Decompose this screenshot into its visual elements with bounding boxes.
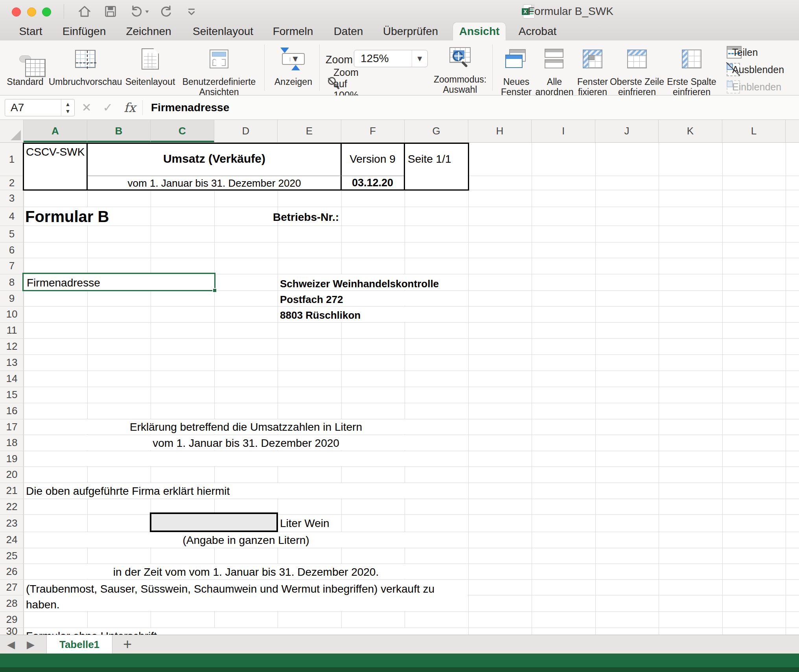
cell-A21-firma-erklaert[interactable]: Die oben aufgeführte Firma erklärt hierm… (26, 485, 230, 498)
row-header-27[interactable]: 27 (0, 579, 24, 595)
row-header-11[interactable]: 11 (0, 322, 24, 338)
active-cell-selection[interactable] (22, 273, 215, 291)
tab-zeichnen[interactable]: Zeichnen (125, 22, 172, 40)
row-header-30[interactable]: 30 (0, 628, 24, 635)
row-header-21[interactable]: 21 (0, 483, 24, 499)
cell-A30-ohne-unterschrift[interactable]: Formular ohne Unterschrift (26, 630, 157, 635)
fill-handle[interactable] (212, 288, 217, 293)
row-header-6[interactable]: 6 (0, 242, 24, 258)
sheet-tab-tabelle1[interactable]: Tabelle1 (46, 635, 112, 654)
cell-B2-subtitle[interactable]: vom 1. Januar bis 31. Dezember 2020 (88, 177, 340, 189)
column-header-L[interactable]: L (722, 120, 786, 142)
row-header-20[interactable]: 20 (0, 466, 24, 483)
cell-B1-title[interactable]: Umsatz (Verkäufe) (88, 152, 340, 165)
unhide-button[interactable]: Einblenden (727, 78, 740, 95)
row-header-18[interactable]: 18 (0, 435, 24, 451)
anzeigen-button[interactable]: ▼ Anzeigen (270, 43, 317, 95)
tab-acrobat[interactable]: Acrobat (516, 22, 559, 40)
cell-G1-page[interactable]: Seite 1/1 (408, 153, 451, 165)
cell-E4-betriebs-nr[interactable]: Betriebs-Nr.: (214, 211, 339, 224)
ribbon-collapse-icon[interactable] (184, 4, 199, 19)
cell-E7-adresse[interactable]: Schweizer Weinhandelskontrolle (280, 278, 439, 290)
freeze-first-column-button[interactable]: Erste Spalte einfrieren (663, 43, 720, 95)
row-header-1[interactable]: 1 (0, 143, 24, 176)
cell-A17-erklaerung[interactable]: Erklärung betreffend die Umsatzzahlen in… (24, 421, 468, 433)
view-standard-button[interactable]: Standard (3, 43, 47, 95)
home-icon[interactable] (77, 4, 92, 19)
row-header-19[interactable]: 19 (0, 451, 24, 466)
cell-A27-getraenke[interactable]: (Traubenmost, Sauser, Süsswein, Schaumwe… (26, 581, 460, 613)
cell-A4-formular[interactable]: Formular B (25, 208, 109, 226)
sheet-nav-right-icon[interactable]: ▶ (23, 635, 39, 654)
cell-A24-angabe[interactable]: (Angabe in ganzen Litern) (24, 534, 468, 547)
column-header-H[interactable]: H (468, 120, 532, 142)
split-button[interactable]: Teilen (727, 44, 742, 61)
cell-E23-liter-wein[interactable]: Liter Wein (280, 517, 330, 530)
tab-einfuegen[interactable]: Einfügen (61, 22, 107, 40)
zoom-level-combobox[interactable]: 125% ▼ (354, 50, 428, 67)
undo-dropdown-icon[interactable] (144, 4, 151, 19)
row-header-10[interactable]: 10 (0, 306, 24, 322)
cancel-icon[interactable]: ✕ (78, 99, 95, 116)
row-header-8[interactable]: 8 (0, 274, 24, 290)
row-header-5[interactable]: 5 (0, 226, 24, 242)
add-sheet-button[interactable]: + (118, 635, 137, 654)
select-all-corner[interactable] (0, 120, 24, 143)
row-header-3[interactable]: 3 (0, 190, 24, 207)
tab-formeln[interactable]: Formeln (271, 22, 315, 40)
tab-ansicht[interactable]: Ansicht (453, 22, 506, 40)
column-header-A[interactable]: A (24, 120, 87, 142)
column-header-K[interactable]: K (659, 120, 722, 142)
row-header-2[interactable]: 2 (0, 176, 24, 190)
formula-input[interactable]: Firmenadresse (151, 95, 229, 120)
minimize-window-button[interactable] (27, 7, 36, 17)
row-header-17[interactable]: 17 (0, 419, 24, 435)
row-header-16[interactable]: 16 (0, 403, 24, 419)
cell-A1[interactable]: CSCV-SWK (26, 145, 85, 159)
tab-seitenlayout[interactable]: Seitenlayout (193, 22, 252, 40)
cell-E8-adresse[interactable]: Postfach 272 (280, 294, 343, 306)
spreadsheet-grid[interactable]: CSCV-SWK Umsatz (Verkäufe) Version 9 Sei… (0, 143, 799, 635)
tab-ueberpruefen[interactable]: Überprüfen (381, 22, 440, 40)
zoom-mode-button[interactable]: Zoommodus: Auswahl (431, 43, 490, 95)
row-header-15[interactable]: 15 (0, 387, 24, 403)
row-header-9[interactable]: 9 (0, 290, 24, 306)
arrange-all-button[interactable]: Alle anordnen (535, 43, 574, 95)
name-box[interactable]: A7 ▲ ▼ (5, 99, 75, 116)
row-header-13[interactable]: 13 (0, 354, 24, 371)
column-header-F[interactable]: F (341, 120, 405, 142)
freeze-top-row-button[interactable]: Oberste Zeile einfrieren (608, 43, 666, 95)
row-header-12[interactable]: 12 (0, 338, 24, 354)
custom-views-button[interactable]: Benutzerdefinierte Ansichten (176, 43, 262, 95)
zoom-100-button[interactable]: Zoom auf 100% (328, 75, 341, 92)
row-header-4[interactable]: 4 (0, 207, 24, 226)
column-header-D[interactable]: D (214, 120, 278, 142)
stepper-up-icon[interactable]: ▲ (61, 101, 74, 107)
cell-E9-adresse[interactable]: 8803 Rüschlikon (280, 309, 361, 321)
sheet-nav-left-icon[interactable]: ◀ (3, 635, 19, 654)
column-header-B[interactable]: B (87, 120, 151, 142)
liter-entry-box[interactable] (150, 512, 278, 532)
view-umbruchvorschau-button[interactable]: Umbruchvorschau (48, 43, 123, 95)
fullscreen-window-button[interactable] (42, 7, 51, 17)
hide-button[interactable]: Ausblenden (727, 61, 740, 78)
redo-icon[interactable] (159, 4, 174, 19)
column-header-G[interactable]: G (405, 120, 468, 142)
tab-daten[interactable]: Daten (330, 22, 367, 40)
column-header-I[interactable]: I (532, 120, 595, 142)
row-header-23[interactable]: 23 (0, 514, 24, 532)
row-header-24[interactable]: 24 (0, 532, 24, 548)
close-window-button[interactable] (12, 7, 21, 17)
row-header-25[interactable]: 25 (0, 548, 24, 564)
row-header-14[interactable]: 14 (0, 371, 24, 387)
cell-F2-date[interactable]: 03.12.20 (342, 177, 403, 189)
save-icon[interactable] (103, 4, 118, 19)
cell-A18-zeitraum[interactable]: vom 1. Januar bis 31. Dezember 2020 (24, 437, 468, 450)
stepper-down-icon[interactable]: ▼ (61, 108, 74, 114)
view-seitenlayout-button[interactable]: Seitenlayout (123, 43, 178, 95)
column-header-J[interactable]: J (595, 120, 659, 142)
new-window-button[interactable]: Neues Fenster (495, 43, 538, 95)
row-header-7[interactable]: 7 (0, 258, 24, 274)
cell-F1-version[interactable]: Version 9 (342, 153, 403, 165)
row-header-26[interactable]: 26 (0, 564, 24, 579)
